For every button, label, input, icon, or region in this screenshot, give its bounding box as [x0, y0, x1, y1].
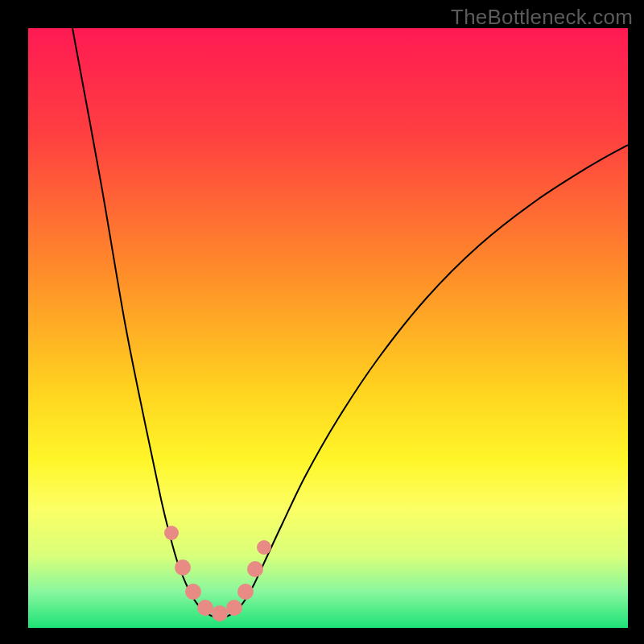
- data-marker-8: [257, 540, 271, 555]
- data-marker-2: [185, 584, 201, 600]
- watermark-text: TheBottleneck.com: [451, 5, 633, 30]
- data-marker-0: [164, 526, 179, 540]
- data-marker-1: [175, 559, 191, 576]
- data-marker-5: [226, 600, 242, 616]
- chart-background: [28, 28, 628, 628]
- chart-outer-frame: TheBottleneck.com: [0, 0, 644, 644]
- chart-plot-area: [28, 28, 628, 628]
- chart-svg: [28, 28, 628, 628]
- data-marker-4: [212, 605, 228, 621]
- data-marker-7: [247, 561, 263, 577]
- data-marker-6: [237, 584, 254, 600]
- data-marker-3: [197, 600, 213, 616]
